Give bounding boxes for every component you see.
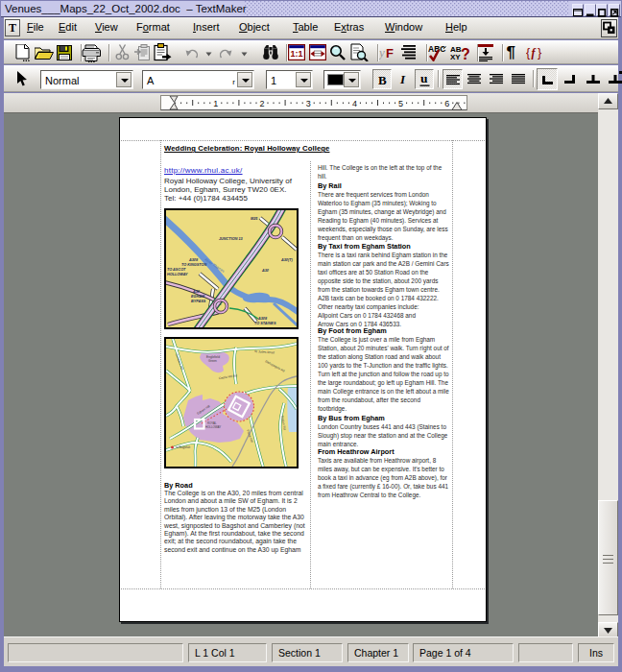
svg-text:B: B	[378, 73, 387, 87]
svg-text:1:1: 1:1	[290, 49, 302, 59]
svg-text:?: ?	[461, 46, 469, 62]
svg-text:HOLLOWAY: HOLLOWAY	[167, 273, 188, 276]
svg-text:to Bagshot: to Bagshot	[176, 445, 190, 449]
svg-text:EGHAM: EGHAM	[191, 295, 205, 299]
svg-text:M25: M25	[251, 217, 258, 221]
svg-text:F: F	[386, 46, 394, 60]
svg-text:Coopers Hill: Coopers Hill	[175, 353, 184, 371]
svg-text:}: }	[538, 46, 541, 60]
svg-text:f: f	[532, 46, 537, 60]
svg-text:A30: A30	[261, 269, 270, 273]
svg-text:A308: A308	[257, 317, 268, 321]
svg-text:Bishopsgate Rd: Bishopsgate Rd	[265, 359, 286, 372]
svg-text:A30(T): A30(T)	[280, 258, 294, 262]
svg-text:BYPASS: BYPASS	[191, 300, 206, 303]
svg-text:Green: Green	[208, 359, 217, 363]
svg-text:A308: A308	[188, 258, 199, 262]
svg-text:JUNCTION 13: JUNCTION 13	[219, 237, 244, 241]
svg-text:{: {	[526, 46, 530, 60]
svg-text:TO ASCOT: TO ASCOT	[167, 268, 186, 272]
svg-text:TO STAINES: TO STAINES	[254, 322, 276, 325]
svg-text:I: I	[399, 72, 406, 86]
svg-text:u: u	[420, 71, 428, 85]
svg-text:HOLLOWAY: HOLLOWAY	[205, 425, 221, 429]
svg-text:y: y	[379, 45, 385, 60]
svg-text:TO KINGSTON: TO KINGSTON	[181, 263, 206, 267]
svg-text:¶: ¶	[507, 43, 515, 60]
svg-text:A30: A30	[192, 290, 201, 294]
svg-text:St Judes Road: St Judes Road	[254, 349, 275, 354]
svg-text:XY: XY	[450, 53, 461, 61]
